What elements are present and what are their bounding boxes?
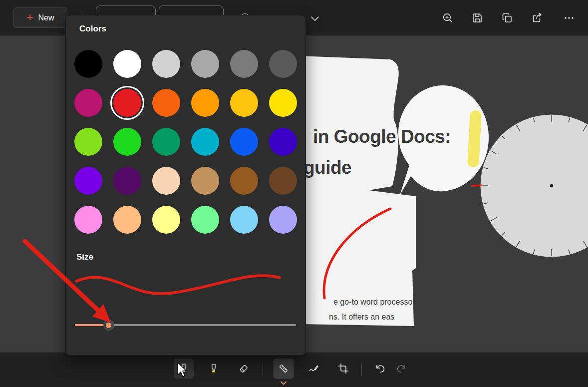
copy-button[interactable] [497, 8, 517, 28]
color-swatch-21[interactable] [191, 167, 219, 195]
screenshot-paper [299, 56, 416, 326]
new-button[interactable]: + New [13, 7, 67, 28]
colors-flyout: Colors Size [65, 15, 306, 356]
color-swatch-22[interactable] [230, 167, 258, 195]
undo-button[interactable] [370, 359, 390, 379]
color-swatch-23[interactable] [269, 167, 297, 195]
color-swatch-5[interactable] [269, 50, 297, 78]
toolbar-separator [361, 364, 362, 376]
color-swatch-9[interactable] [191, 89, 219, 117]
color-swatch-25[interactable] [113, 206, 141, 234]
ballpoint-pen-button[interactable] [174, 359, 194, 379]
color-swatch-4[interactable] [230, 50, 258, 78]
color-swatch-8[interactable] [152, 89, 180, 117]
highlighter-button[interactable] [204, 359, 224, 379]
save-button[interactable] [467, 8, 487, 28]
slider-thumb[interactable] [103, 320, 114, 331]
more-options-button[interactable] [559, 8, 579, 28]
color-swatch-18[interactable] [74, 167, 102, 195]
crop-button[interactable] [333, 359, 353, 379]
color-swatch-14[interactable] [152, 128, 180, 156]
doc-body-line1: e go-to word processo [333, 298, 412, 307]
undo-icon [374, 363, 386, 375]
ruler-dropdown-chevron-icon[interactable] [280, 378, 287, 387]
color-swatch-26[interactable] [152, 206, 180, 234]
eraser-button[interactable] [234, 359, 254, 379]
eraser-icon [238, 363, 250, 375]
touch-writing-icon [307, 363, 319, 375]
color-swatch-3[interactable] [191, 50, 219, 78]
touch-writing-button[interactable] [303, 359, 323, 379]
color-swatch-grid [74, 50, 297, 234]
color-swatch-11[interactable] [269, 89, 297, 117]
doc-heading-line2: guide [303, 157, 351, 178]
color-swatch-10[interactable] [230, 89, 258, 117]
ruler-icon [278, 363, 290, 375]
color-swatch-15[interactable] [191, 128, 219, 156]
ballpoint-pen-icon [178, 363, 190, 375]
crop-icon [337, 363, 349, 375]
color-swatch-7[interactable] [113, 89, 141, 117]
toolbar-separator [263, 364, 263, 376]
protractor-overlay [480, 114, 588, 257]
new-button-label: New [38, 13, 54, 22]
color-swatch-27[interactable] [191, 206, 219, 234]
color-swatch-16[interactable] [230, 128, 258, 156]
doc-heading-line1: in Google Docs: [313, 126, 451, 147]
color-swatch-29[interactable] [269, 206, 297, 234]
color-swatch-1[interactable] [113, 50, 141, 78]
color-swatch-24[interactable] [74, 206, 102, 234]
doc-body-line2: ns. It offers an eas [329, 313, 394, 322]
color-swatch-6[interactable] [74, 89, 102, 117]
color-swatch-12[interactable] [74, 128, 102, 156]
share-button[interactable] [527, 8, 547, 28]
redo-button[interactable] [391, 359, 411, 379]
bottom-toolbar [0, 353, 588, 387]
chevron-down-icon[interactable] [310, 15, 319, 24]
size-slider[interactable] [75, 319, 296, 331]
color-swatch-0[interactable] [74, 50, 102, 78]
color-swatch-13[interactable] [113, 128, 141, 156]
highlighter-icon [208, 363, 220, 375]
color-swatch-2[interactable] [152, 50, 180, 78]
redo-icon [395, 363, 407, 375]
size-title: Size [76, 252, 93, 262]
color-swatch-20[interactable] [152, 167, 180, 195]
colors-title: Colors [79, 24, 106, 34]
color-swatch-28[interactable] [230, 206, 258, 234]
color-swatch-19[interactable] [113, 167, 141, 195]
protractor-center-dot [550, 184, 553, 187]
plus-icon: + [27, 12, 33, 23]
zoom-in-button[interactable] [438, 8, 458, 28]
color-swatch-17[interactable] [269, 128, 297, 156]
ruler-button[interactable] [274, 359, 294, 379]
